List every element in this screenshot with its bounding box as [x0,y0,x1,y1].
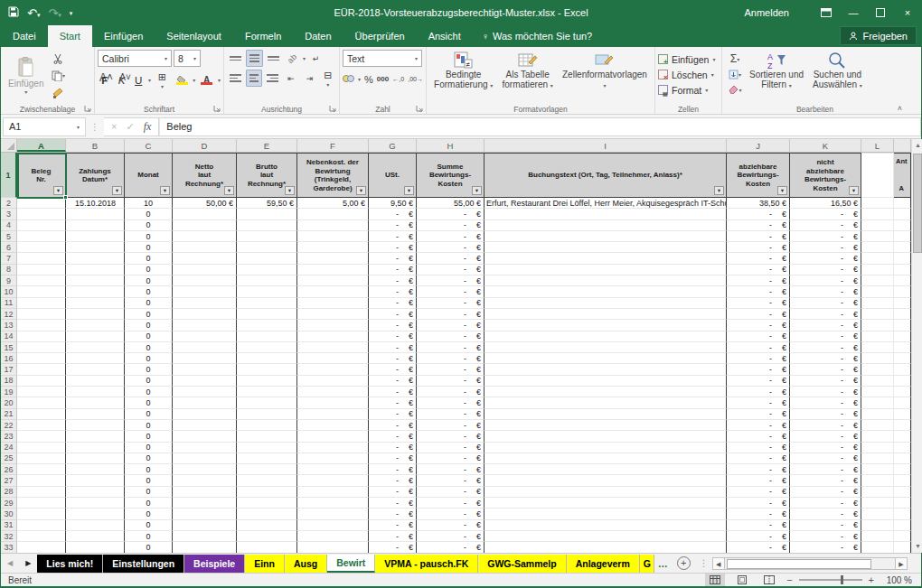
tabbar-splitter[interactable]: ⋮ [696,558,712,568]
cell-J4[interactable]: -€ [727,220,790,231]
delete-cells-button[interactable]: ×Löschen▾ [658,67,719,82]
horizontal-scrollbar[interactable]: ◀ ▶ [712,557,908,570]
cell-L4[interactable] [861,220,894,231]
cell-J14[interactable]: -€ [727,331,790,342]
cell-H2[interactable]: 55,00 € [417,198,485,209]
cell-G26[interactable]: -€ [369,464,417,475]
cell-E29[interactable] [237,498,297,509]
cell-A21[interactable] [17,409,66,420]
cell-E20[interactable] [237,397,297,408]
row-header-6[interactable]: 6 [1,242,17,253]
cell-E9[interactable] [237,275,297,286]
cell-B4[interactable] [66,220,125,231]
cell-E2[interactable]: 59,50 € [237,198,297,209]
collapse-ribbon-icon[interactable]: ˄ [898,104,902,113]
cell-F28[interactable] [297,487,369,498]
cell-J20[interactable]: -€ [727,397,790,408]
row-header-28[interactable]: 28 [1,487,17,498]
cell-E14[interactable] [237,331,297,342]
cell-G18[interactable]: -€ [369,376,417,387]
cell-E22[interactable] [237,420,297,431]
cell-G25[interactable]: -€ [369,453,417,464]
cell-H3[interactable]: -€ [417,209,485,219]
cell-D14[interactable] [173,331,237,342]
cell-H5[interactable]: -€ [417,231,485,242]
cell-E31[interactable] [237,520,297,531]
row-header-13[interactable]: 13 [1,320,17,331]
cell-K4[interactable]: -€ [790,220,861,231]
cell-L10[interactable] [861,286,894,297]
cell-H21[interactable]: -€ [417,409,485,420]
align-left-icon[interactable] [227,70,244,87]
cell-G27[interactable]: -€ [369,475,417,486]
comma-format-icon[interactable]: 000 [377,70,389,88]
cell-L5[interactable] [861,231,894,242]
cell-B33[interactable] [66,542,125,553]
sort-filter-button[interactable]: AZ Sortieren und Filtern ▾ [745,50,808,93]
cell-G21[interactable]: -€ [369,409,417,420]
cell-H16[interactable]: -€ [417,353,485,364]
cell-C30[interactable]: 0 [125,509,173,519]
minimize-button[interactable]: — [840,0,867,25]
cell-D12[interactable] [173,309,237,320]
cell-C17[interactable]: 0 [125,364,173,375]
cell-E4[interactable] [237,220,297,231]
cell-K14[interactable]: -€ [790,331,861,342]
cell-F12[interactable] [297,309,369,320]
select-all-corner[interactable] [1,139,17,152]
align-right-icon[interactable] [264,70,281,87]
zoom-level[interactable]: 100 % [881,575,912,585]
cell-G30[interactable]: -€ [369,509,417,519]
cell-B30[interactable] [66,509,125,519]
vscroll-thumb[interactable] [913,154,922,253]
alignment-dialog-launcher[interactable] [329,105,337,113]
filter-button-K[interactable]: ▼ [849,186,859,195]
cell-partial-26[interactable] [894,464,911,475]
cell-G12[interactable]: -€ [369,309,417,320]
name-box[interactable]: A1▾ [3,117,86,136]
cell-G23[interactable]: -€ [369,431,417,442]
cell-C25[interactable]: 0 [125,453,173,464]
borders-icon[interactable]: ⊞▾ [154,71,171,89]
cell-D18[interactable] [173,376,237,387]
cell-partial-32[interactable] [894,531,911,542]
cell-F10[interactable] [297,286,369,297]
merge-center-icon[interactable]: ⊟▾ [320,70,336,87]
page-layout-view-icon[interactable] [732,574,752,586]
find-select-button[interactable]: Suchen und Auswählen ▾ [808,50,867,93]
cell-G28[interactable]: -€ [369,487,417,498]
header-cell-B[interactable]: Zahlungs Datum*▼ [66,153,125,198]
filter-button-C[interactable]: ▼ [160,186,170,195]
cell-L14[interactable] [861,331,894,342]
cell-partial-25[interactable] [894,453,911,464]
cell-A11[interactable] [17,298,66,309]
cell-L30[interactable] [861,509,894,519]
cell-J9[interactable]: -€ [727,275,790,286]
cell-A25[interactable] [17,453,66,464]
cell-H28[interactable]: -€ [417,487,485,498]
cell-C5[interactable]: 0 [125,231,173,242]
cell-D24[interactable] [173,443,237,453]
cell-I30[interactable] [485,509,727,519]
sheet-tab-anlageverm[interactable]: Anlageverm [567,555,640,573]
cell-A16[interactable] [17,353,66,364]
cell-K26[interactable]: -€ [790,464,861,475]
undo-icon[interactable]: ↶▾ [27,7,40,19]
cell-B27[interactable] [66,475,125,486]
cell-C19[interactable]: 0 [125,387,173,397]
cell-D26[interactable] [173,464,237,475]
cell-C13[interactable]: 0 [125,320,173,331]
ribbon-tab-formeln[interactable]: Formeln [233,25,293,47]
cell-B19[interactable] [66,387,125,397]
cell-I18[interactable] [485,376,727,387]
cell-B21[interactable] [66,409,125,420]
cell-partial-19[interactable] [894,387,911,397]
fill-icon[interactable]: ▾ [725,67,745,81]
cell-D9[interactable] [173,275,237,286]
row-header-10[interactable]: 10 [1,286,17,297]
cell-G6[interactable]: -€ [369,242,417,253]
font-name-select[interactable]: Calibri▾ [98,50,172,67]
cell-partial-30[interactable] [894,509,911,519]
sheet-tab-einstellungen[interactable]: Einstellungen [103,555,184,573]
align-middle-icon[interactable] [246,50,263,67]
